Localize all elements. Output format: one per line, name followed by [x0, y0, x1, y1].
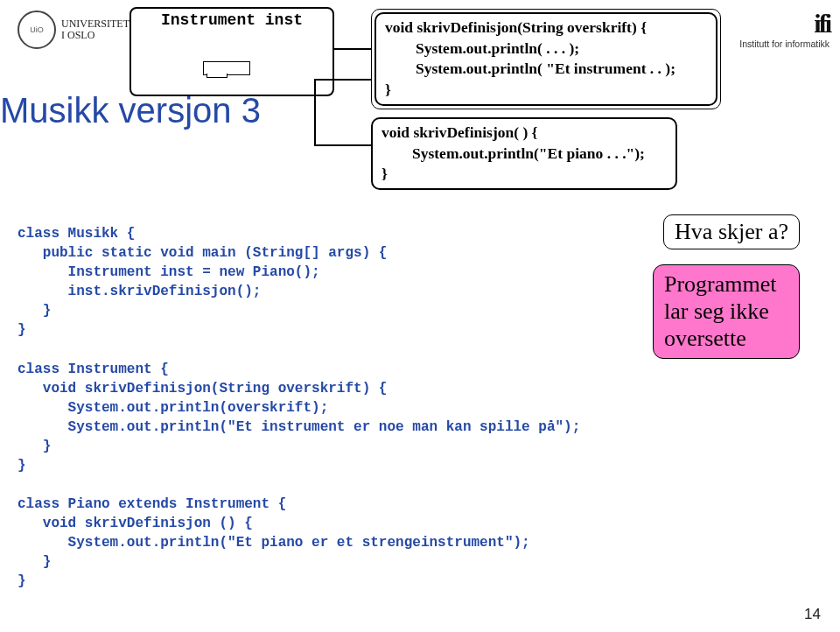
- code-line: public static void main (String[] args) …: [18, 245, 387, 261]
- instrument-label: Instrument inst: [131, 11, 332, 29]
- answer-box: Programmet lar seg ikke oversette: [653, 264, 800, 359]
- connector-line-icon: [314, 144, 372, 146]
- question-box: Hva skjer a?: [663, 214, 800, 249]
- main-code-block: class Musikk { public static void main (…: [18, 205, 580, 592]
- code-line: void skrivDefinisjon () {: [18, 516, 253, 531]
- page-number: 14: [804, 606, 821, 623]
- box2-line2: System.out.println("Et piano . . .");: [382, 144, 667, 165]
- box2-line3: }: [382, 164, 667, 185]
- code-line: System.out.println("Et instrument er noe…: [18, 419, 580, 435]
- code-line: }: [18, 554, 51, 570]
- title-text: Musikk versjon 3: [0, 91, 261, 130]
- uio-seal-icon: UiO: [18, 11, 56, 49]
- box1-line3: System.out.println( "Et instrument . . )…: [385, 59, 707, 80]
- code-line: }: [18, 439, 51, 454]
- code-line: Instrument inst = new Piano();: [18, 264, 320, 280]
- code-line: void skrivDefinisjon(String overskrift) …: [18, 381, 387, 397]
- box1-line1: void skrivDefinisjon(String overskrift) …: [385, 18, 707, 39]
- question-text: Hva skjer a?: [675, 219, 788, 244]
- code-line: System.out.println(overskrift);: [18, 400, 328, 416]
- method-box-1: void skrivDefinisjon(String overskrift) …: [371, 9, 721, 109]
- code-line: System.out.println("Et piano er et stren…: [18, 535, 530, 551]
- answer-text: Programmet lar seg ikke oversette: [664, 271, 777, 351]
- box1-line2: System.out.println( . . . );: [385, 39, 707, 60]
- ifi-glyph-icon: ifi: [739, 9, 830, 39]
- connector-line-icon: [314, 79, 316, 144]
- code-line: }: [18, 322, 26, 338]
- mini-rect-inner-icon: [206, 74, 228, 78]
- code-line: class Musikk {: [18, 226, 135, 242]
- code-line: }: [18, 303, 51, 319]
- ifi-logo: ifi Institutt for informatikk: [739, 9, 830, 49]
- code-line: }: [18, 458, 26, 474]
- instrument-box: Instrument inst: [130, 7, 334, 96]
- code-line: }: [18, 573, 26, 589]
- box1-line4: }: [385, 80, 707, 101]
- box2-line1: void skrivDefinisjon( ) {: [382, 123, 667, 144]
- code-line: class Instrument {: [18, 362, 169, 377]
- code-line: class Piano extends Instrument {: [18, 496, 286, 512]
- method-box-2: void skrivDefinisjon( ) { System.out.pri…: [371, 117, 677, 190]
- connector-line-icon: [333, 48, 372, 50]
- ifi-subtitle: Institutt for informatikk: [739, 39, 830, 49]
- code-line: inst.skrivDefinisjon();: [18, 284, 261, 299]
- uio-logo: UiO UNIVERSITETET I OSLO: [18, 11, 143, 49]
- connector-line-icon: [314, 79, 372, 81]
